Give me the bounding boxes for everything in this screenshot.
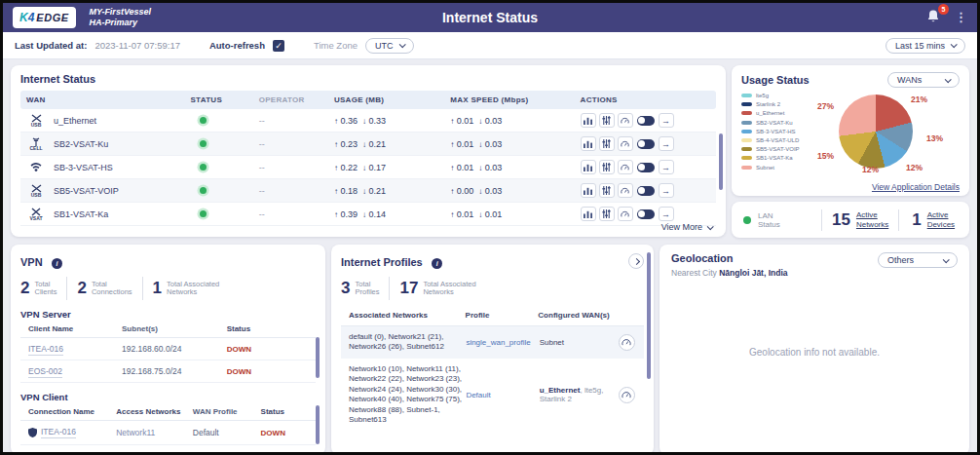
wan-forward-button[interactable]: → — [659, 207, 674, 221]
scrollbar-thumb[interactable] — [719, 133, 723, 190]
time-zone-select[interactable]: UTC — [365, 38, 414, 54]
wan-forward-button[interactable]: → — [659, 183, 674, 198]
status-up-dot — [200, 187, 207, 194]
col-wan-profile: WAN Profile — [193, 407, 261, 416]
wan-graph-button[interactable] — [581, 113, 596, 128]
auto-refresh-checkbox[interactable]: ✓ — [273, 40, 284, 52]
access-network-link[interactable]: Network11 — [116, 428, 155, 437]
view-more-button[interactable]: View More — [661, 222, 712, 232]
legend-item[interactable]: Subnet — [741, 165, 806, 171]
wan-enable-toggle[interactable] — [637, 209, 655, 219]
stat-label: Clients — [34, 287, 57, 296]
notifications-bell-icon[interactable]: 5 — [925, 9, 943, 26]
client-name-link[interactable]: EOS-002 — [28, 366, 62, 378]
wan-forward-button[interactable]: → — [659, 113, 674, 128]
legend-item[interactable]: SB5-VSAT-VOIP — [741, 146, 806, 152]
legend-item[interactable]: SB1-VSAT-Ka — [741, 155, 806, 161]
vpn-client-row: EOS-002 ---- Default DOWN — [20, 445, 316, 455]
operator-value: -- — [259, 209, 334, 219]
usage-filter-value: WANs — [897, 75, 922, 85]
expand-profiles-button[interactable] — [628, 253, 644, 269]
info-icon[interactable]: i — [52, 258, 62, 269]
active-devices-count: 1 — [912, 210, 921, 230]
wan-speedtest-button[interactable] — [618, 207, 633, 221]
client-name-link[interactable]: ITEA-016 — [28, 344, 63, 356]
usage-pie-chart[interactable] — [839, 95, 913, 169]
profile-row: default (0), Network21 (21), Network26 (… — [341, 326, 644, 359]
legend-item[interactable]: SB-3-VSAT-HS — [741, 129, 806, 134]
wan-name: SB-3-VSAT-HS — [54, 163, 113, 172]
chevron-down-icon — [951, 41, 958, 48]
geo-filter-value: Others — [887, 255, 914, 265]
wan-settings-button[interactable] — [599, 207, 615, 221]
wan-graph-button[interactable] — [581, 160, 596, 174]
max-speed-value: ↑ 0.01 ↓ 0.03 — [450, 163, 580, 172]
legend-item[interactable]: u_Ethernet — [741, 110, 806, 116]
wan-name: SB5-VSAT-VOIP — [54, 186, 119, 196]
legend-item[interactable]: SB-4-VSAT-ULD — [741, 137, 806, 143]
wan-settings-button[interactable] — [599, 160, 615, 174]
scrollbar-thumb[interactable] — [647, 252, 651, 379]
legend-item[interactable]: lte5g — [741, 93, 806, 98]
operator-value: -- — [259, 163, 334, 172]
vpn-title: VPN — [20, 256, 43, 268]
scrollbar-thumb[interactable] — [316, 337, 320, 378]
status-up-dot — [200, 164, 207, 171]
time-range-select[interactable]: Last 15 mins — [886, 38, 965, 54]
nearest-city-value: Nāngloi Jāt, India — [719, 268, 787, 278]
operator-value: -- — [259, 139, 334, 149]
wan-forward-button[interactable]: → — [659, 136, 674, 151]
connection-name-link[interactable]: ITEA-016 — [41, 427, 76, 438]
speedtest-button[interactable] — [619, 387, 635, 403]
wan-speedtest-button[interactable] — [618, 183, 633, 198]
wan-graph-button[interactable] — [581, 136, 596, 151]
vpn-stat-clients: 2 TotalClients — [20, 279, 57, 298]
wan-enable-toggle[interactable] — [637, 186, 655, 196]
wan-settings-button[interactable] — [599, 136, 615, 151]
view-application-details-link[interactable]: View Application Details — [872, 182, 960, 192]
wan-forward-button[interactable]: → — [659, 160, 674, 174]
vpn-stat-networks: 1 Total AssociatedNetworks — [153, 279, 220, 298]
wan-speedtest-button[interactable] — [618, 136, 633, 151]
speedtest-button[interactable] — [619, 334, 635, 351]
active-networks-label-2: Networks — [856, 220, 888, 229]
wan-enable-toggle[interactable] — [637, 139, 655, 149]
wan-table-row: SB-3-VSAT-HS--↑ 0.22 ↓ 0.17↑ 0.01 ↓ 0.03… — [20, 156, 716, 179]
active-devices-link[interactable]: Active Devices — [927, 210, 955, 230]
usage-value: ↑ 0.23 ↓ 0.21 — [334, 139, 450, 149]
legend-item[interactable]: SB2-VSAT-Ku — [741, 120, 806, 126]
pie-legend: lte5gStarlink 2u_EthernetSB2-VSAT-KuSB-3… — [741, 93, 806, 174]
col-operator: OPERATOR — [259, 95, 334, 104]
lan-label-1: LAN — [758, 211, 773, 220]
wan-enable-toggle[interactable] — [637, 163, 655, 172]
legend-label: SB5-VSAT-VOIP — [756, 146, 800, 152]
wan-speedtest-button[interactable] — [618, 113, 633, 128]
scrollbar-thumb[interactable] — [316, 405, 320, 444]
wan-table-header: WAN STATUS OPERATOR USAGE (MB) MAX SPEED… — [20, 91, 716, 109]
usage-value: ↑ 0.18 ↓ 0.21 — [334, 186, 450, 196]
profile-link[interactable]: single_wan_profile — [466, 338, 530, 347]
chevron-down-icon — [943, 256, 950, 263]
col-associated-networks: Associated Networks — [349, 311, 466, 322]
usage-filter-select[interactable]: WANs — [887, 72, 960, 88]
info-icon[interactable]: i — [432, 258, 442, 269]
stat-value: 2 — [20, 279, 29, 298]
kebab-menu-icon[interactable]: ⋮ — [955, 13, 967, 22]
wan-settings-button[interactable] — [599, 113, 615, 128]
geo-filter-select[interactable]: Others — [878, 252, 958, 268]
active-networks-count: 15 — [832, 210, 850, 230]
profile-link[interactable]: Default — [466, 391, 490, 399]
wan-graph-button[interactable] — [581, 207, 596, 221]
wan-enable-toggle[interactable] — [637, 116, 655, 126]
wan-graph-button[interactable] — [581, 183, 596, 198]
legend-item[interactable]: Starlink 2 — [741, 101, 806, 107]
internet-profiles-title: Internet Profiles — [341, 256, 423, 268]
active-networks-link[interactable]: Active Networks — [856, 210, 888, 230]
wan-settings-button[interactable] — [599, 183, 615, 198]
legend-swatch — [741, 130, 752, 133]
k4-edge-logo[interactable]: K4 EDGE — [13, 7, 76, 28]
connection-name-link[interactable]: EOS-002 — [41, 451, 75, 455]
legend-swatch — [741, 147, 752, 151]
wan-type-icon: USB — [26, 184, 46, 198]
wan-speedtest-button[interactable] — [618, 160, 633, 174]
